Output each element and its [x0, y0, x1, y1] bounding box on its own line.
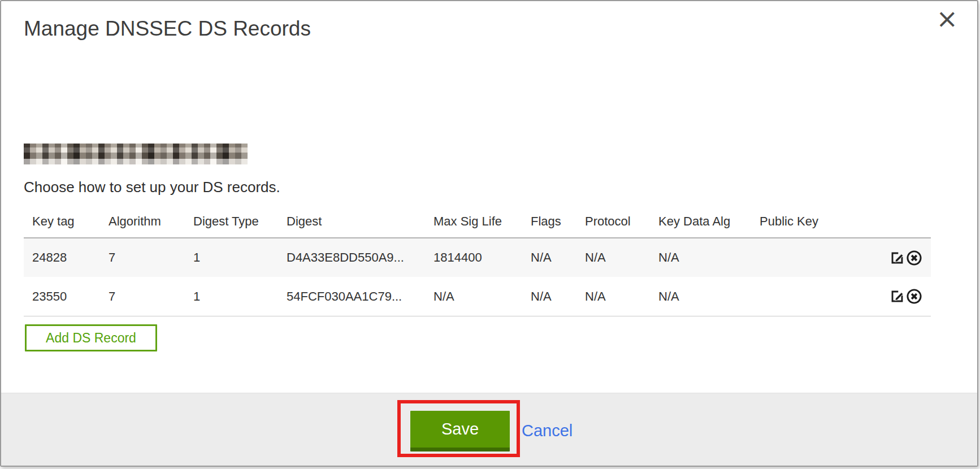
cancel-link[interactable]: Cancel [522, 422, 573, 440]
col-header-protocol: Protocol [585, 214, 658, 229]
dialog-title: Manage DNSSEC DS Records [24, 17, 311, 41]
save-button[interactable]: Save [410, 411, 510, 451]
manage-dnssec-dialog: Manage DNSSEC DS Records × Choose how to… [0, 0, 978, 467]
col-header-digest-type: Digest Type [193, 214, 287, 229]
cell-key-data-alg: N/A [658, 250, 760, 265]
delete-icon[interactable] [906, 250, 922, 266]
col-header-public-key: Public Key [760, 214, 887, 229]
cell-max-sig-life: 1814400 [433, 250, 531, 265]
table-row: 23550 7 1 54FCF030AA1C79... N/A N/A N/A … [24, 277, 931, 316]
delete-icon[interactable] [906, 288, 922, 305]
cell-max-sig-life: N/A [433, 289, 531, 304]
table-header-row: Key tag Algorithm Digest Type Digest Max… [24, 206, 931, 238]
edit-icon[interactable] [889, 250, 905, 266]
cell-algorithm: 7 [109, 289, 193, 304]
col-header-key-tag: Key tag [24, 214, 109, 229]
cell-key-data-alg: N/A [658, 289, 760, 304]
close-icon[interactable]: × [936, 6, 958, 32]
cell-protocol: N/A [585, 289, 658, 304]
table-row: 24828 7 1 D4A33E8DD550A9... 1814400 N/A … [24, 238, 931, 277]
cell-key-tag: 24828 [24, 250, 109, 265]
cell-digest: D4A33E8DD550A9... [287, 250, 433, 265]
cell-digest-type: 1 [193, 250, 287, 265]
col-header-key-data-alg: Key Data Alg [658, 214, 760, 229]
add-ds-record-button[interactable]: Add DS Record [25, 324, 157, 351]
cell-digest-type: 1 [193, 289, 287, 304]
row-actions [887, 250, 931, 266]
row-actions [887, 288, 931, 305]
cell-algorithm: 7 [109, 250, 193, 265]
cell-flags: N/A [531, 250, 585, 265]
cell-flags: N/A [531, 289, 585, 304]
instruction-text: Choose how to set up your DS records. [24, 179, 280, 196]
col-header-digest: Digest [287, 214, 433, 229]
col-header-algorithm: Algorithm [109, 214, 193, 229]
ds-records-table: Key tag Algorithm Digest Type Digest Max… [24, 206, 931, 316]
cell-digest: 54FCF030AA1C79... [287, 289, 433, 304]
cell-protocol: N/A [585, 250, 658, 265]
screen: Manage DNSSEC DS Records × Choose how to… [0, 0, 980, 469]
domain-name-redacted [24, 144, 248, 164]
col-header-flags: Flags [531, 214, 585, 229]
cell-key-tag: 23550 [24, 289, 109, 304]
col-header-max-sig-life: Max Sig Life [433, 214, 531, 229]
edit-icon[interactable] [889, 288, 905, 305]
